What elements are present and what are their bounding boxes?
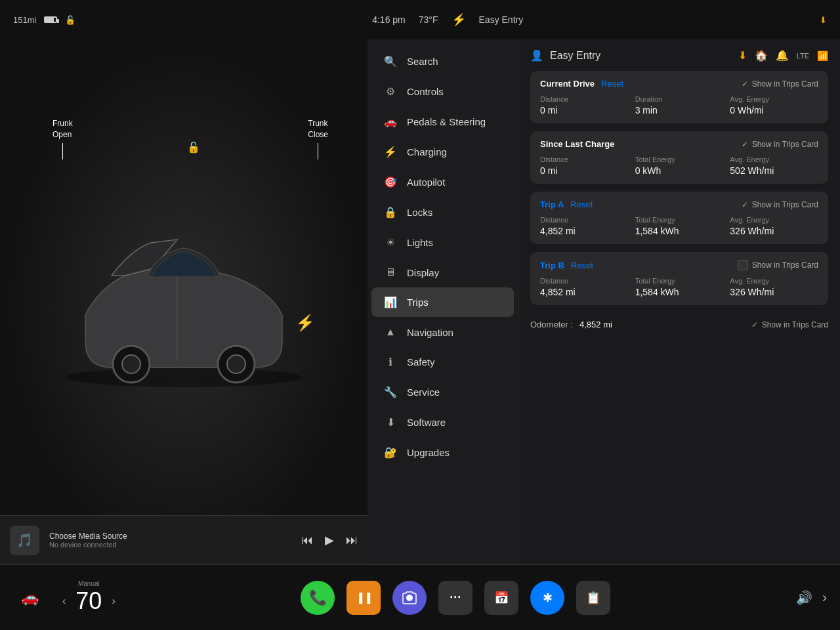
next-button[interactable]: ⏭ — [346, 534, 358, 547]
since-check-icon: ✓ — [742, 140, 748, 149]
since-last-charge-show-trips[interactable]: ✓ Show in Trips Card — [742, 140, 818, 149]
svg-point-4 — [227, 355, 245, 373]
pedals-icon: 🚗 — [383, 116, 398, 128]
car-panel: ⚡ Frunk Open Trunk Close 🔓 — [0, 39, 368, 564]
trip-a-distance-value: 4,852 mi — [540, 226, 629, 236]
media-controls[interactable]: ⏮ ▶ ⏭ — [301, 533, 358, 547]
more-button[interactable]: ··· — [438, 581, 472, 615]
safety-icon: ℹ — [383, 356, 398, 368]
trip-a-show-trips[interactable]: ✓ Show in Trips Card — [742, 200, 818, 209]
menu-item-safety[interactable]: ℹ Safety — [371, 347, 514, 377]
navigation-label: Navigation — [407, 327, 453, 338]
prev-button[interactable]: ⏮ — [301, 534, 313, 547]
divider-icon: ⚡ — [452, 12, 466, 27]
trip-a-total-energy: Total Energy 1,584 kWh — [635, 216, 724, 236]
odometer-check-icon: ✓ — [751, 320, 758, 329]
since-avg-energy-value: 502 Wh/mi — [730, 165, 818, 176]
odometer-show-label: Show in Trips Card — [762, 320, 828, 329]
locks-icon: 🔒 — [383, 206, 398, 219]
stat-distance-value: 0 mi — [540, 105, 629, 116]
since-last-charge-stats: Distance 0 mi Total Energy 0 kWh Avg. En… — [540, 156, 818, 176]
display-label: Display — [407, 267, 439, 278]
trip-a-avg-energy: Avg. Energy 326 Wh/mi — [730, 216, 818, 236]
since-avg-energy-label: Avg. Energy — [730, 156, 818, 163]
charging-label: Charging — [407, 146, 447, 158]
trip-b-header: Trip B Reset Show in Trips Card — [540, 260, 818, 270]
svg-point-2 — [122, 355, 140, 373]
current-drive-show-trips[interactable]: ✓ Show in Trips Card — [742, 79, 818, 89]
menu-item-software[interactable]: ⬇ Software — [371, 408, 514, 437]
menu-item-service[interactable]: 🔧 Service — [371, 377, 514, 407]
easy-entry-title: Easy Entry — [550, 50, 600, 62]
drive-mode: Easy Entry — [479, 14, 524, 25]
menu-item-search[interactable]: 🔍 Search — [371, 47, 514, 76]
easy-entry-header: 👤 Easy Entry ⬇ 🏠 🔔 LTE 📶 — [530, 49, 828, 62]
volume-icon[interactable]: 🔊 — [796, 590, 812, 606]
search-label: Search — [407, 56, 438, 67]
trip-b-reset[interactable]: Reset — [571, 261, 593, 270]
menu-item-locks[interactable]: 🔒 Locks — [371, 198, 514, 227]
trip-a-stats: Distance 4,852 mi Total Energy 1,584 kWh… — [540, 216, 818, 236]
menu-item-charging[interactable]: ⚡ Charging — [371, 137, 514, 167]
bluetooth-button[interactable]: ✱ — [530, 581, 564, 615]
trip-a-total-energy-label: Total Energy — [635, 216, 724, 224]
menu-item-autopilot[interactable]: 🎯 Autopilot — [371, 167, 514, 197]
phone-button[interactable]: 📞 — [301, 581, 335, 615]
menu-item-lights[interactable]: ☀ Lights — [371, 228, 514, 257]
menu-item-pedals[interactable]: 🚗 Pedals & Steering — [371, 107, 514, 136]
menu-item-trips[interactable]: 📊 Trips — [371, 287, 514, 317]
service-label: Service — [407, 387, 440, 398]
user-icon: 👤 — [530, 49, 543, 62]
media-bar: 🎵 Choose Media Source No device connecte… — [0, 515, 368, 564]
menu-item-display[interactable]: 🖥 Display — [371, 258, 514, 287]
header-download-icon[interactable]: ⬇ — [738, 49, 747, 62]
notes-button[interactable]: 📋 — [576, 581, 610, 615]
speed-decrease-button[interactable]: ‹ — [62, 595, 66, 607]
trip-a-total-energy-value: 1,584 kWh — [635, 226, 724, 236]
trip-a-reset[interactable]: Reset — [570, 200, 593, 209]
media-info: Choose Media Source No device connected — [49, 532, 291, 549]
speed-control: Manual ‹ 70 › — [62, 580, 116, 615]
stat-duration-value: 3 min — [635, 105, 724, 116]
status-left: 151mi 🔓 — [13, 15, 75, 25]
trip-a-title: Trip A — [540, 200, 564, 209]
trip-b-total-energy-value: 1,584 kWh — [635, 287, 724, 297]
current-drive-title: Current Drive — [540, 79, 595, 89]
menu-item-upgrades[interactable]: 🔐 Upgrades — [371, 438, 514, 467]
speed-value-row: ‹ 70 › — [62, 587, 116, 615]
camera-button[interactable] — [392, 581, 427, 615]
music-button[interactable]: ▐▐ — [346, 581, 381, 615]
taskbar-center: 📞 ▐▐ ··· 📅 ✱ 📋 — [116, 581, 796, 615]
locks-label: Locks — [407, 207, 432, 218]
trip-b-show-trips[interactable]: Show in Trips Card — [738, 260, 818, 270]
music-note-icon: 🎵 — [16, 532, 33, 548]
trip-b-avg-energy-value: 326 Wh/mi — [730, 287, 818, 297]
battery-level: 151mi — [13, 15, 36, 25]
trips-label: Trips — [407, 297, 429, 308]
since-distance-value: 0 mi — [540, 165, 629, 176]
calendar-button[interactable]: 📅 — [484, 581, 518, 615]
pedals-label: Pedals & Steering — [407, 116, 486, 127]
play-button[interactable]: ▶ — [325, 533, 334, 547]
since-total-energy: Total Energy 0 kWh — [635, 156, 724, 176]
taskbar-right-arrow[interactable]: › — [822, 589, 827, 606]
svg-point-0 — [66, 368, 302, 387]
car-view-button[interactable]: 🚗 — [13, 585, 46, 611]
current-drive-header: Current Drive Reset ✓ Show in Trips Card — [540, 79, 818, 89]
trip-a-show-label: Show in Trips Card — [752, 200, 818, 209]
lights-icon: ☀ — [383, 236, 398, 249]
battery-icon — [44, 16, 57, 23]
current-drive-reset[interactable]: Reset — [601, 79, 623, 89]
safety-label: Safety — [407, 356, 435, 368]
menu-item-controls[interactable]: ⚙ Controls — [371, 77, 514, 106]
media-subtitle: No device connected — [49, 541, 291, 549]
stat-avg-energy-value: 0 Wh/mi — [730, 105, 818, 116]
trip-b-total-energy-label: Total Energy — [635, 277, 724, 285]
speed-display: 70 — [75, 587, 102, 615]
odometer-show-trips[interactable]: ✓ Show in Trips Card — [751, 320, 828, 329]
stat-distance-label: Distance — [540, 95, 629, 103]
header-signal-icon: 📶 — [817, 51, 828, 61]
taskbar-left: 🚗 Manual ‹ 70 › — [13, 580, 116, 615]
trip-a-check-icon: ✓ — [742, 200, 748, 209]
menu-item-navigation[interactable]: ▲ Navigation — [371, 318, 514, 346]
